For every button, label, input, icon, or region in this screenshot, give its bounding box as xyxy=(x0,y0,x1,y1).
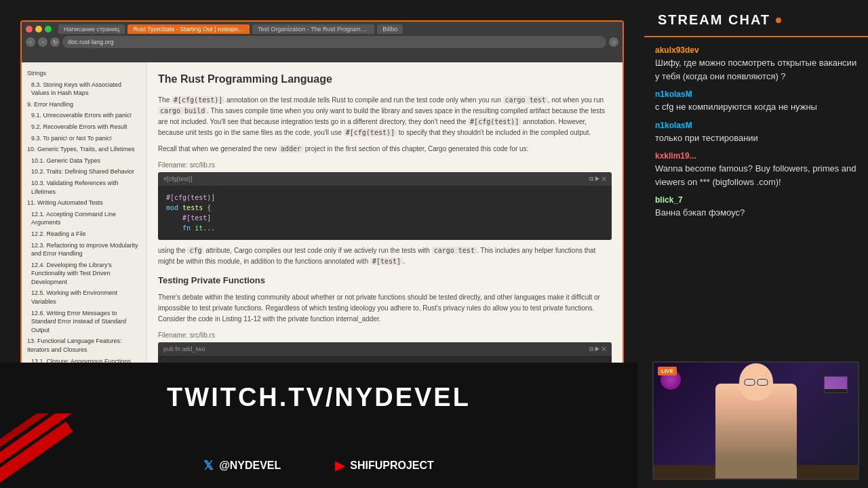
chat-text-0: Шифу, где можно посмотреть открытые вака… xyxy=(655,56,857,83)
branding-area: TWITCH.TV/NYDEVEL 𝕏 @NYDEVEL ▶ SHIFUPROJ… xyxy=(0,363,637,488)
chat-username-2: n1kolasM xyxy=(655,121,857,130)
chat-text-4: Ванна бэкап фэмоус? xyxy=(655,206,857,220)
webcam-person xyxy=(715,384,797,479)
chat-message-4: blick_7 Ванна бэкап фэмоус? xyxy=(655,195,857,220)
chat-username-1: n1kolasM xyxy=(655,89,857,99)
doc-content: The Rust Programming Language The #[cfg(… xyxy=(147,62,623,371)
sidebar-item-10[interactable]: 11. Writing Automated Tests xyxy=(24,197,144,209)
chat-text-3: Wanna become famous? Buy followers, prim… xyxy=(655,162,857,188)
section-title: Testing Private Functions xyxy=(158,274,612,288)
sidebar-item-2[interactable]: 9. Error Handling xyxy=(24,99,144,110)
maximize-btn[interactable] xyxy=(45,26,52,33)
browser-tab-0[interactable]: Написание страниц xyxy=(58,24,125,34)
webcam-glasses xyxy=(744,379,768,386)
code-block-1: #[cfg(test)] mod tests { #[test] fn it..… xyxy=(158,186,612,240)
sidebar-item-0[interactable]: Strings xyxy=(24,68,144,79)
browser-tab-3[interactable]: Bilibo xyxy=(377,24,403,34)
code-block-header-1: #[cfg(test)] ⧉ ▶ ✕ xyxy=(158,172,612,186)
sidebar-item-5[interactable]: 9.3. To panic! or Not To panic! xyxy=(24,133,144,144)
doc-using-text: using the cfg attribute, Cargo compiles … xyxy=(158,245,612,267)
chat-panel: STREAM CHAT akulx93dev Шифу, где можно п… xyxy=(644,0,868,488)
refresh-btn[interactable]: ↻ xyxy=(50,37,60,47)
sidebar-item-1[interactable]: 8.3. Storing Keys with Associated Values… xyxy=(24,79,144,99)
twitter-icon: 𝕏 xyxy=(203,458,214,473)
chat-indicator xyxy=(776,18,781,23)
youtube-icon: ▶ xyxy=(335,458,344,473)
sidebar-item-17[interactable]: 13. Functional Language Features: Iterat… xyxy=(24,336,144,355)
sidebar-item-11[interactable]: 12.1. Accepting Command Line Arguments xyxy=(24,209,144,228)
sidebar-item-6[interactable]: 10. Generic Types, Traits, and Lifetimes xyxy=(24,144,144,155)
chat-message-0: akulx93dev Шифу, где можно посмотреть от… xyxy=(655,45,857,83)
browser-tab-1[interactable]: Rust TypeState - Starting Out | rustopod… xyxy=(127,24,250,34)
code-block-header-2: pub fn add_two ⧉ ▶ ✕ xyxy=(158,342,612,356)
chat-username-4: blick_7 xyxy=(655,195,857,205)
doc-intro-text: The #[cfg(test)] annotation on the test … xyxy=(158,95,612,138)
bookmark-btn[interactable]: ☆ xyxy=(609,37,618,47)
sidebar-item-13[interactable]: 12.3. Refactoring to Improve Modularity … xyxy=(24,240,144,260)
sidebar-item-15[interactable]: 12.5. Working with Environment Variables xyxy=(24,287,144,307)
sidebar-item-16[interactable]: 12.6. Writing Error Messages to Standard… xyxy=(24,308,144,336)
chat-username-0: akulx93dev xyxy=(655,45,857,55)
sidebar-item-9[interactable]: 10.3. Validating References with Lifetim… xyxy=(24,178,144,197)
sidebar-item-7[interactable]: 10.1. Generic Data Types xyxy=(24,155,144,167)
browser-tab-2[interactable]: Test Organization - The Rust Programming… xyxy=(252,24,374,34)
browser-nav: ‹ › ↻ doc.rust-lang.org ☆ xyxy=(26,36,618,48)
chat-message-3: kxklim19... Wanna become famous? Buy fol… xyxy=(655,151,857,188)
sidebar-item-4[interactable]: 9.2. Recoverable Errors with Result xyxy=(24,121,144,133)
chat-messages: akulx93dev Шифу, где можно посмотреть от… xyxy=(644,37,868,361)
webcam-area: LIVE xyxy=(652,361,859,480)
sidebar-item-3[interactable]: 9.1. Unrecoverable Errors with panic! xyxy=(24,110,144,121)
webcam-monitor-screen xyxy=(825,377,847,389)
social-links: 𝕏 @NYDEVEL ▶ SHIFUPROJECT xyxy=(0,458,637,473)
chat-username-3: kxklim19... xyxy=(655,151,857,161)
live-badge: LIVE xyxy=(658,367,677,375)
doc-recall-text: Recall that when we generated the new ad… xyxy=(158,144,612,155)
forward-btn[interactable]: › xyxy=(38,37,47,47)
chat-text-1: с cfg не компилируются когда не нужны xyxy=(655,100,857,114)
chat-message-2: n1kolasM только при тестировании xyxy=(655,121,857,145)
browser-content: Strings 8.3. Storing Keys with Associate… xyxy=(22,62,623,371)
browser-tab-bar: Написание страниц Rust TypeState - Start… xyxy=(26,24,618,34)
close-btn[interactable] xyxy=(26,26,33,33)
filename-1: Filename: src/lib.rs xyxy=(158,160,612,171)
url-bar[interactable]: doc.rust-lang.org xyxy=(62,36,606,48)
doc-sidebar: Strings 8.3. Storing Keys with Associate… xyxy=(22,62,147,371)
chat-header: STREAM CHAT xyxy=(644,0,868,37)
sidebar-item-8[interactable]: 10.2. Traits: Defining Shared Behavior xyxy=(24,166,144,178)
chat-message-1: n1kolasM с cfg не компилируются когда не… xyxy=(655,89,857,114)
twitter-handle: @NYDEVEL xyxy=(219,460,281,472)
back-btn[interactable]: ‹ xyxy=(26,37,35,47)
filename-2: Filename: src/lib.rs xyxy=(158,330,612,341)
chat-text-2: только при тестировании xyxy=(655,131,857,145)
webcam-bg xyxy=(654,363,858,479)
sidebar-item-14[interactable]: 12.4. Developing the Library's Functiona… xyxy=(24,260,144,288)
twitch-url: TWITCH.TV/NYDEVEL xyxy=(0,383,637,451)
browser-chrome: Написание страниц Rust TypeState - Start… xyxy=(22,22,623,62)
doc-title: The Rust Programming Language xyxy=(158,70,612,88)
minimize-btn[interactable] xyxy=(35,26,42,33)
webcam-monitor xyxy=(824,376,848,393)
sidebar-item-12[interactable]: 12.2. Reading a File xyxy=(24,228,144,240)
webcam-head xyxy=(739,363,773,401)
youtube-link: ▶ SHIFUPROJECT xyxy=(335,458,434,473)
stream-area: Написание страниц Rust TypeState - Start… xyxy=(20,20,624,373)
twitter-link: 𝕏 @NYDEVEL xyxy=(203,458,281,473)
chat-title: STREAM CHAT xyxy=(658,12,770,28)
section-text: There's debate within the testing commun… xyxy=(158,292,612,325)
youtube-handle: SHIFUPROJECT xyxy=(350,460,434,472)
